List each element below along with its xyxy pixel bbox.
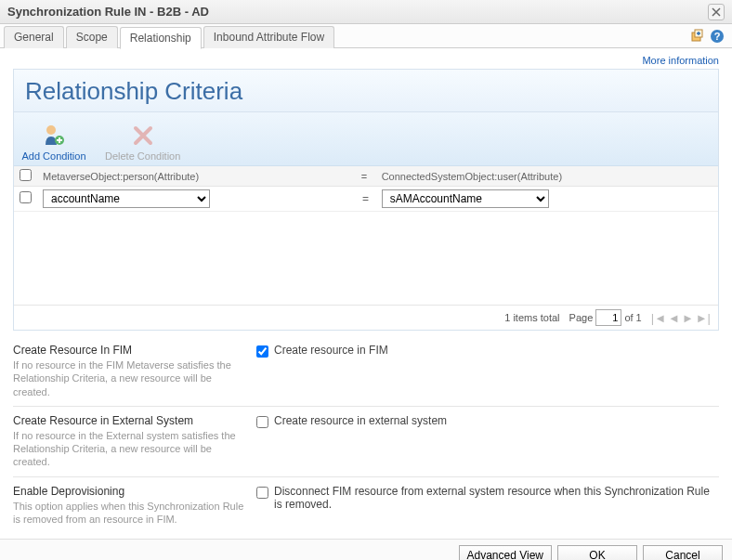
add-condition-button[interactable]: Add Condition (21, 123, 86, 162)
pager-last-icon[interactable]: ►| (696, 311, 711, 325)
new-window-icon[interactable] (689, 29, 704, 44)
pager-page-label: Page (569, 312, 594, 323)
connected-attribute-select[interactable]: sAMAccountName (382, 189, 549, 208)
delete-condition-button: Delete Condition (105, 123, 180, 162)
pager-total: 1 items total (504, 312, 559, 323)
criteria-header-left: MetaverseObject:person(Attribute) (37, 166, 356, 187)
pager-of-text: of 1 (624, 312, 641, 323)
create-fim-title: Create Resource In FIM (13, 344, 245, 357)
create-ext-checkbox[interactable] (256, 416, 268, 428)
deprov-checkbox-label: Disconnect FIM resource from external sy… (274, 485, 719, 511)
pager-next-icon[interactable]: ► (682, 311, 694, 325)
close-button[interactable] (708, 4, 725, 20)
delete-condition-icon (130, 123, 156, 149)
criteria-row: accountName = sAMAccountName (14, 187, 718, 212)
close-icon (712, 7, 721, 17)
ok-button[interactable]: OK (557, 545, 637, 560)
metaverse-attribute-select[interactable]: accountName (43, 189, 210, 208)
pager-prev-icon[interactable]: ◄ (668, 311, 680, 325)
tab-scope[interactable]: Scope (66, 26, 118, 48)
create-fim-checkbox[interactable] (256, 345, 268, 358)
advanced-view-button[interactable]: Advanced View (459, 545, 553, 560)
deprov-desc: This option applies when this Synchroniz… (13, 500, 245, 527)
tab-general[interactable]: General (4, 26, 64, 48)
svg-text:?: ? (714, 31, 721, 42)
create-ext-title: Create Resource in External System (13, 414, 245, 427)
criteria-select-all-checkbox[interactable] (20, 169, 32, 181)
create-fim-desc: If no resource in the FIM Metaverse sati… (13, 358, 245, 398)
pager-page-input[interactable] (595, 309, 621, 326)
panel-title: Relationship Criteria (25, 77, 707, 106)
deprov-title: Enable Deprovisioning (13, 485, 245, 498)
criteria-row-eq: = (356, 187, 376, 212)
criteria-header-eq: = (356, 166, 376, 187)
criteria-header-right: ConnectedSystemObject:user(Attribute) (376, 166, 718, 187)
tab-inbound-attribute-flow[interactable]: Inbound Attribute Flow (203, 26, 334, 48)
help-icon[interactable]: ? (710, 29, 725, 44)
create-ext-desc: If no resource in the External system sa… (13, 429, 245, 469)
cancel-button[interactable]: Cancel (643, 545, 723, 560)
svg-point-4 (46, 125, 56, 135)
deprov-checkbox[interactable] (256, 487, 268, 499)
tab-relationship[interactable]: Relationship (120, 27, 202, 49)
window-title: Synchronization Rule IN - B2B - AD (7, 5, 209, 19)
pager-first-icon[interactable]: |◄ (651, 311, 666, 325)
more-information-link[interactable]: More information (642, 55, 719, 66)
create-fim-checkbox-label: Create resource in FIM (274, 344, 388, 357)
add-condition-icon (41, 123, 67, 149)
criteria-row-checkbox[interactable] (20, 191, 32, 203)
create-ext-checkbox-label: Create resource in external system (274, 414, 447, 427)
